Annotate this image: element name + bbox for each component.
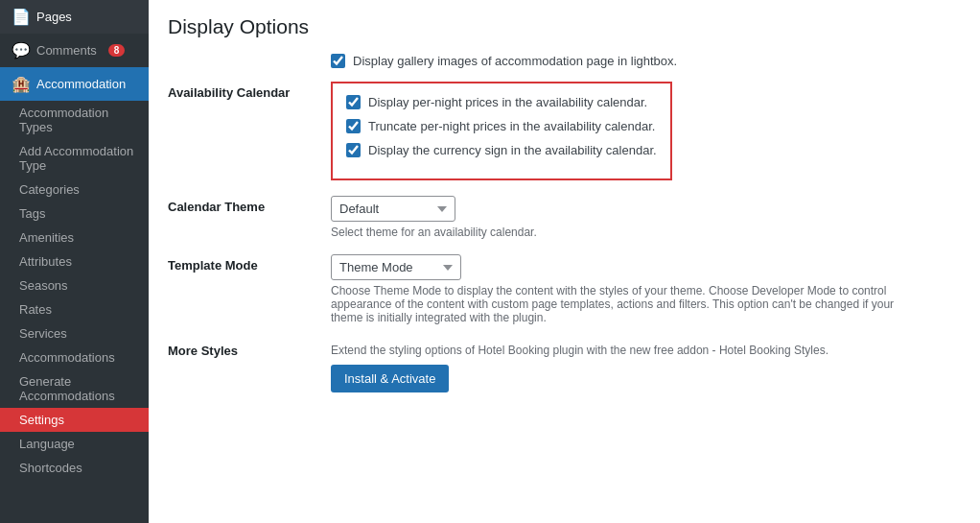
sidebar-sub-rates[interactable]: Rates xyxy=(0,297,149,321)
sidebar-item-accommodation[interactable]: 🏨 Accommodation xyxy=(0,67,149,101)
more-styles-label: More Styles xyxy=(168,340,331,358)
sidebar-sub-accommodation-types[interactable]: Accommodation Types xyxy=(0,101,149,139)
template-mode-label: Template Mode xyxy=(168,254,331,273)
calendar-theme-hint: Select theme for an availability calenda… xyxy=(331,226,906,239)
page-title: Display Options xyxy=(168,15,961,38)
template-mode-select[interactable]: Theme Mode Developer Mode xyxy=(331,254,461,280)
availability-calendar-label: Availability Calendar xyxy=(168,82,331,100)
gallery-check-label: Display gallery images of accommodation … xyxy=(353,54,677,68)
calendar-theme-select[interactable]: Default Light Dark Custom xyxy=(331,196,455,222)
comments-badge: 8 xyxy=(108,44,126,57)
install-activate-button[interactable]: Install & Activate xyxy=(331,365,449,392)
calendar-theme-row: Calendar Theme Default Light Dark Custom… xyxy=(168,196,961,239)
gallery-checkbox[interactable] xyxy=(331,54,345,68)
sidebar: 📄 Pages 💬 Comments 8 🏨 Accommodation Acc… xyxy=(0,0,149,523)
comments-icon: 💬 xyxy=(12,41,29,59)
sidebar-item-comments-label: Comments xyxy=(36,43,97,58)
sidebar-item-pages-label: Pages xyxy=(36,10,72,24)
sidebar-sub-services[interactable]: Services xyxy=(0,321,149,345)
main-content: Display Options Display gallery images o… xyxy=(149,0,980,523)
template-mode-content: Theme Mode Developer Mode Choose Theme M… xyxy=(331,254,961,324)
sidebar-sub-shortcodes[interactable]: Shortcodes xyxy=(0,456,149,480)
truncate-prices-label: Truncate per-night prices in the availab… xyxy=(368,119,655,133)
pages-icon: 📄 xyxy=(12,8,29,26)
more-styles-row: More Styles Extend the styling options o… xyxy=(168,340,961,392)
currency-sign-label: Display the currency sign in the availab… xyxy=(368,143,657,157)
sidebar-item-comments[interactable]: 💬 Comments 8 xyxy=(0,34,149,67)
per-night-prices-checkbox[interactable] xyxy=(346,95,361,109)
currency-sign-checkbox[interactable] xyxy=(346,143,361,157)
sidebar-sub-amenities[interactable]: Amenities xyxy=(0,226,149,250)
gallery-check-row: Display gallery images of accommodation … xyxy=(168,54,961,68)
calendar-theme-label: Calendar Theme xyxy=(168,196,331,214)
truncate-prices-row: Truncate per-night prices in the availab… xyxy=(346,119,657,133)
accommodation-icon: 🏨 xyxy=(12,75,29,93)
truncate-prices-checkbox[interactable] xyxy=(346,119,361,133)
availability-calendar-section: Availability Calendar Display per-night … xyxy=(168,82,961,180)
per-night-prices-label: Display per-night prices in the availabi… xyxy=(368,95,647,109)
more-styles-content: Extend the styling options of Hotel Book… xyxy=(331,340,961,392)
availability-calendar-box: Display per-night prices in the availabi… xyxy=(331,82,672,180)
sidebar-item-accommodation-label: Accommodation xyxy=(36,77,126,91)
template-mode-row: Template Mode Theme Mode Developer Mode … xyxy=(168,254,961,324)
calendar-theme-content: Default Light Dark Custom Select theme f… xyxy=(331,196,961,239)
sidebar-sub-attributes[interactable]: Attributes xyxy=(0,250,149,273)
template-mode-hint: Choose Theme Mode to display the content… xyxy=(331,284,906,324)
sidebar-sub-generate-accommodations[interactable]: Generate Accommodations xyxy=(0,369,149,408)
sidebar-sub-add-accommodation-type[interactable]: Add Accommodation Type xyxy=(0,139,149,178)
currency-sign-row: Display the currency sign in the availab… xyxy=(346,143,657,157)
sidebar-sub-accommodations[interactable]: Accommodations xyxy=(0,345,149,369)
sidebar-sub-settings[interactable]: Settings xyxy=(0,408,149,432)
per-night-prices-row: Display per-night prices in the availabi… xyxy=(346,95,657,109)
sidebar-sub-seasons[interactable]: Seasons xyxy=(0,273,149,297)
sidebar-sub-tags[interactable]: Tags xyxy=(0,202,149,226)
sidebar-sub-language[interactable]: Language xyxy=(0,432,149,456)
sidebar-sub-categories[interactable]: Categories xyxy=(0,178,149,202)
more-styles-description: Extend the styling options of Hotel Book… xyxy=(331,344,906,357)
sidebar-item-pages[interactable]: 📄 Pages xyxy=(0,0,149,34)
